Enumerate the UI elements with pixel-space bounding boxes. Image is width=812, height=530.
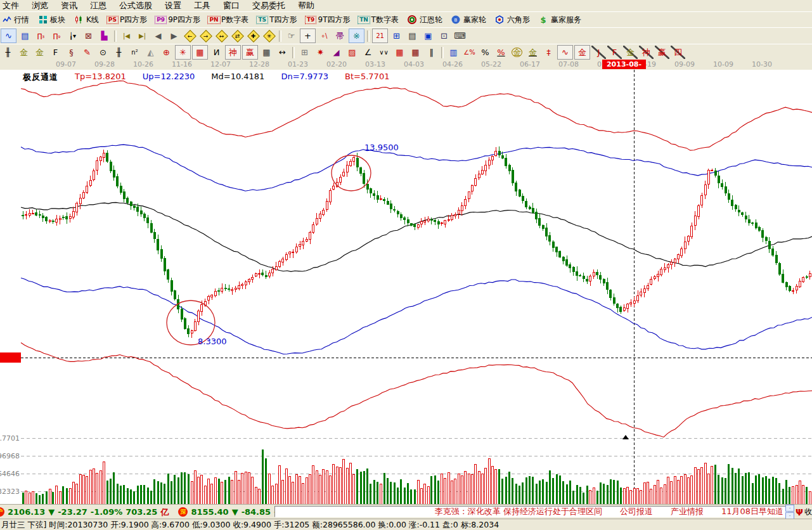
calendar-icon[interactable]: 21 bbox=[372, 29, 388, 43]
parallel-lines-icon[interactable]: ∥ bbox=[424, 46, 439, 59]
wave-chart-icon[interactable]: ∿ bbox=[1, 29, 16, 43]
measure-icon[interactable]: ↔ bbox=[275, 46, 290, 59]
red-grid-icon[interactable]: ▦ bbox=[192, 45, 208, 60]
diamond-fit-icon[interactable]: ✳ bbox=[262, 29, 276, 42]
j-trend-icon[interactable]: J bbox=[591, 46, 606, 59]
purple-fan-icon[interactable]: ◢ bbox=[329, 46, 344, 59]
chart-area[interactable]: 5.770196968646463232313.95008.3300 极反通道 … bbox=[0, 70, 812, 504]
stat-columns-icon[interactable]: ▥ bbox=[446, 46, 461, 59]
news-scroll-spinner[interactable]: -- bbox=[785, 505, 794, 519]
hand-icon[interactable]: ☞ bbox=[284, 29, 299, 42]
toolbar-button-t-number-table[interactable]: TNT数字表 bbox=[355, 13, 403, 27]
chart-canvas[interactable]: 5.770196968646463232313.95008.3300 bbox=[0, 70, 812, 506]
shen-trend-icon[interactable]: 神 bbox=[639, 46, 654, 59]
toolbar-button-sectors[interactable]: 板块 bbox=[34, 13, 70, 27]
spin-up-icon[interactable]: - bbox=[785, 505, 794, 512]
news-link-company[interactable]: 公司报道 bbox=[620, 506, 653, 517]
trendline-icon[interactable]: ∘\ bbox=[317, 29, 332, 42]
percent-angle-icon[interactable]: ∠% bbox=[462, 46, 477, 59]
first-bar-icon[interactable]: |◀ bbox=[119, 29, 134, 42]
menu-item-7[interactable]: 工具 bbox=[188, 0, 217, 12]
news-link-industry[interactable]: 产业情报 bbox=[671, 506, 704, 517]
notepad-icon[interactable]: ▤ bbox=[405, 29, 420, 42]
gold-box-icon[interactable]: 金 bbox=[574, 45, 590, 60]
angle-line-icon[interactable]: ∠ bbox=[361, 46, 375, 59]
target-cross-icon[interactable]: ⊕ bbox=[159, 46, 174, 59]
report-list-icon[interactable]: ▤ bbox=[18, 29, 32, 42]
next-icon[interactable]: ▶ bbox=[167, 29, 181, 42]
toolbar-button-t-square[interactable]: TST四方形 bbox=[253, 13, 301, 27]
date-axis[interactable]: 09-0709-2810-2611-1612-0712-2801-2302-20… bbox=[0, 60, 812, 70]
diamond-right-icon[interactable]: → bbox=[198, 29, 213, 42]
menu-item-6[interactable]: 设置 bbox=[158, 0, 188, 12]
diamond-compress-icon[interactable]: ⇄ bbox=[230, 29, 245, 42]
wave-count-icon[interactable]: И bbox=[209, 46, 224, 59]
gold-circle-icon[interactable]: 金 bbox=[510, 46, 524, 59]
angle-flag-icon[interactable]: ✎ bbox=[80, 46, 94, 59]
calculator-icon[interactable]: ⊞ bbox=[389, 29, 404, 42]
menu-item-4[interactable]: 江恩 bbox=[84, 0, 113, 12]
toolbar-button-kline[interactable]: K线 bbox=[70, 13, 103, 27]
bars-3-icon[interactable]: ∏₃ bbox=[34, 29, 48, 42]
crosshair-icon[interactable]: + bbox=[300, 29, 316, 43]
menu-item-5[interactable]: 公式选股 bbox=[113, 0, 158, 12]
menu-item-2[interactable]: 浏览 bbox=[25, 0, 55, 12]
save-icon[interactable]: ▣ bbox=[421, 29, 435, 42]
number-grid-icon[interactable]: ▦ bbox=[259, 46, 274, 59]
shen-tool-icon[interactable]: 神 bbox=[225, 45, 241, 60]
menu-item-8[interactable]: 窗口 bbox=[217, 0, 246, 12]
news-link-morning[interactable]: 11月08日早知道 bbox=[721, 506, 783, 517]
formula-icon[interactable]: ⊠ bbox=[81, 29, 96, 42]
spiral-icon[interactable]: § bbox=[64, 46, 79, 59]
bars-9-icon[interactable]: ∏₉ bbox=[49, 29, 64, 42]
toolbar-button-gann-wheel[interactable]: 江恩轮 bbox=[403, 13, 447, 27]
histogram-icon[interactable]: ▙ bbox=[97, 29, 112, 42]
star-grid-icon[interactable]: ✳ bbox=[175, 45, 191, 60]
price-volume-svg[interactable]: 5.770196968646463232313.95008.3300 bbox=[0, 70, 812, 504]
menu-item-1[interactable]: 文件 bbox=[0, 0, 25, 12]
ying-tool-icon[interactable]: 赢 bbox=[242, 45, 258, 60]
toolbar-button-p-square[interactable]: PSP四方形 bbox=[103, 13, 151, 27]
menu-item-3[interactable]: 资讯 bbox=[55, 0, 84, 12]
menu-item-9[interactable]: 交易委托 bbox=[246, 0, 292, 12]
diamond-left-icon[interactable]: ← bbox=[183, 29, 197, 42]
percent-line-icon[interactable]: % bbox=[494, 46, 508, 59]
f-trend-icon[interactable]: F bbox=[607, 46, 622, 59]
zigzag-icon[interactable]: ∨∨ bbox=[377, 46, 391, 59]
diamond-expand-icon[interactable]: ↔ bbox=[214, 29, 229, 42]
purple-tool-icon[interactable]: 帚 bbox=[333, 29, 347, 42]
fan-box-icon[interactable]: ▨ bbox=[345, 46, 359, 59]
gold-ruler-icon[interactable]: 金 bbox=[16, 46, 31, 59]
select-box-icon[interactable]: ⊞ bbox=[297, 46, 312, 59]
network-icon[interactable]: ⊡ bbox=[437, 29, 451, 42]
gold-line-icon[interactable]: 金 bbox=[525, 46, 540, 59]
gold-trend-icon[interactable]: 金 bbox=[623, 46, 638, 59]
toolbar-button-hexagon[interactable]: 六角形 bbox=[491, 13, 534, 27]
toolbar-button-winner-wheel[interactable]: B赢家轮 bbox=[447, 13, 491, 27]
wave-box-icon[interactable]: ∿ bbox=[557, 45, 573, 60]
gann-grid2-icon[interactable]: ▦ bbox=[408, 46, 423, 59]
last-bar-icon[interactable]: ▶| bbox=[135, 29, 150, 42]
toolbar-button-9t-square[interactable]: T99T四方形 bbox=[302, 13, 355, 27]
cycle-circle-icon[interactable]: ⊙ bbox=[96, 46, 110, 59]
news-headline[interactable]: 李克强：深化改革 保持经济运行处于合理区间 bbox=[435, 506, 602, 517]
tick-ruler-icon[interactable]: ╫ bbox=[112, 46, 126, 59]
menu-item-10[interactable]: 帮助 bbox=[292, 0, 321, 12]
smart-brain-icon[interactable]: ※ bbox=[349, 29, 364, 43]
mirror-icon[interactable]: ◭ bbox=[143, 46, 158, 59]
gann-ruler-icon[interactable]: ╫ bbox=[1, 46, 15, 59]
square-number-icon[interactable]: n² bbox=[127, 46, 142, 59]
toolbar-button-9p-square[interactable]: P99P四方形 bbox=[151, 13, 205, 27]
news-ticker[interactable]: 李克强：深化改革 保持经济运行处于合理区间 公司报道 产业情报 11月08日早知… bbox=[274, 506, 788, 517]
percent-icon[interactable]: % bbox=[478, 46, 493, 59]
toolbar-button-winner-service[interactable]: $赢家服务 bbox=[534, 13, 586, 27]
candle-period-icon[interactable]: ╽▾ bbox=[65, 29, 80, 42]
prev-icon[interactable]: ◀ bbox=[151, 29, 165, 42]
toolbar-button-quotes[interactable]: 行情 bbox=[0, 13, 34, 27]
ying-trend-icon[interactable]: 赢 bbox=[655, 46, 669, 59]
diamond-center-icon[interactable]: ✚ bbox=[246, 29, 261, 42]
toolbar-button-p-number-table[interactable]: PNP数字表 bbox=[205, 13, 253, 27]
remote-service-icon[interactable]: ⌨ bbox=[453, 29, 467, 42]
gann-grid-icon[interactable]: ▦ bbox=[392, 46, 407, 59]
ray-fan-icon[interactable]: ✷ bbox=[313, 46, 328, 59]
